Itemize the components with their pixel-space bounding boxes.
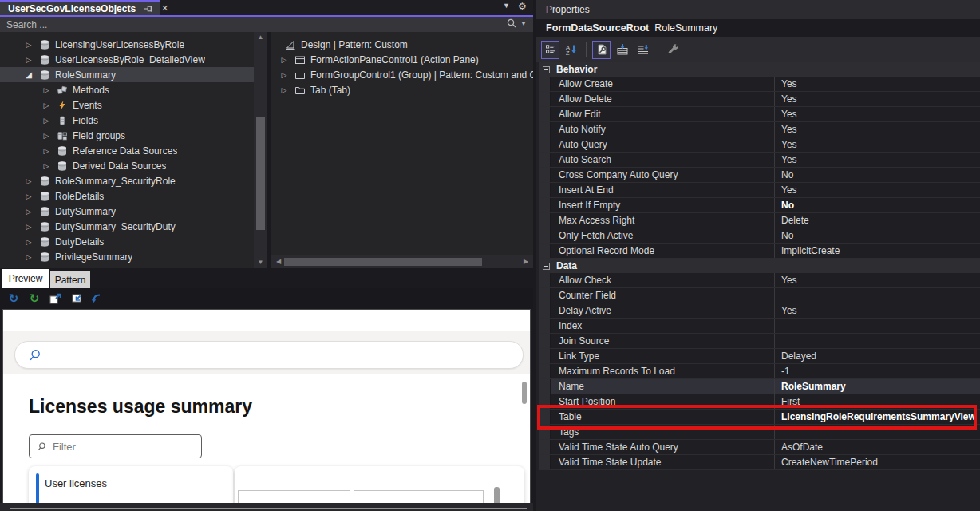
property-row[interactable]: Allow CheckYes	[539, 273, 980, 288]
collapsed-arrow-icon[interactable]: ▷	[22, 192, 35, 200]
document-tab[interactable]: UserSecGovLicenseObjects ✕	[0, 0, 160, 15]
property-row[interactable]: Auto QueryYes	[539, 137, 980, 153]
expanded-arrow-icon[interactable]: ◢	[22, 70, 35, 79]
categorized-button[interactable]	[541, 41, 559, 59]
property-row[interactable]: Counter Field	[539, 288, 980, 303]
property-row[interactable]: Tags	[539, 425, 980, 440]
tree-item-design-root[interactable]: Design | Pattern: Custom	[271, 37, 533, 52]
search-input[interactable]: Search ... ▼	[0, 17, 533, 32]
property-row[interactable]: Start PositionFirst	[539, 394, 980, 410]
tree-item[interactable]: ▷ RoleSummary_SecurityRole	[0, 173, 254, 188]
property-row[interactable]: Only Fetch ActiveNo	[539, 228, 980, 244]
tree-item[interactable]: ▷ Events	[0, 97, 254, 113]
vertical-scrollbar-thumb[interactable]	[256, 117, 265, 230]
tab-pattern[interactable]: Pattern	[50, 271, 90, 288]
alphabetical-sort-button[interactable]: AZ	[562, 41, 580, 59]
category-data[interactable]: Data	[539, 259, 980, 273]
horizontal-scrollbar-thumb[interactable]	[284, 258, 482, 266]
tree-item[interactable]: ▷ Field groups	[0, 128, 254, 143]
collapsed-arrow-icon[interactable]: ▷	[278, 86, 290, 94]
dock-window-icon[interactable]	[69, 291, 83, 306]
selected-object-row[interactable]: FormDataSourceRoot RoleSummary	[536, 19, 980, 37]
collapse-minus-icon[interactable]	[543, 66, 550, 73]
global-search-input[interactable]	[14, 341, 524, 369]
horizontal-scrollbar[interactable]: ◀ ▶	[271, 256, 533, 268]
grid-scrollbar-thumb[interactable]	[494, 487, 500, 503]
category-behavior[interactable]: Behavior	[539, 62, 980, 77]
search-icon[interactable]	[506, 18, 517, 29]
events-button[interactable]	[613, 41, 631, 59]
tree-item[interactable]: ▷ Derived Data Sources	[0, 158, 254, 173]
gear-icon[interactable]: ⚙	[518, 2, 527, 11]
tree-item[interactable]: ▷ FormActionPaneControl1 (Action Pane)	[271, 52, 533, 67]
property-row-table[interactable]: TableLicensingRoleRequirementsSummaryVie…	[539, 410, 980, 425]
tree-item[interactable]: ▷ DutySummary_SecurityDuty	[0, 219, 254, 234]
collapsed-arrow-icon[interactable]: ▷	[22, 253, 35, 261]
property-row[interactable]: Allow DeleteYes	[539, 92, 980, 107]
chevron-down-icon[interactable]: ▼	[503, 2, 510, 11]
property-row[interactable]: Maximum Records To Load-1	[539, 364, 980, 379]
close-icon[interactable]: ✕	[161, 3, 168, 14]
collapse-minus-icon[interactable]	[543, 263, 550, 270]
tree-item[interactable]: ▷ PrivilegeSummary	[0, 249, 254, 264]
tree-item[interactable]: ▷ DutyDetails	[0, 234, 254, 249]
tree-item[interactable]: ▷ Fields	[0, 113, 254, 128]
property-row[interactable]: Link TypeDelayed	[539, 349, 980, 364]
property-row[interactable]: Allow CreateYes	[539, 77, 980, 92]
collapsed-arrow-icon[interactable]: ▷	[22, 223, 35, 231]
scroll-right-icon[interactable]: ▶	[520, 256, 531, 268]
collapsed-arrow-icon[interactable]: ▷	[278, 71, 290, 79]
property-row[interactable]: Allow EditYes	[539, 107, 980, 122]
tree-item[interactable]: ▷ Reference Data Sources	[0, 143, 254, 158]
property-row[interactable]: Auto SearchYes	[539, 153, 980, 168]
collapsed-arrow-icon[interactable]: ▷	[22, 177, 35, 185]
vertical-scrollbar[interactable]: ▲ ▼	[254, 32, 267, 268]
grid-header-cell[interactable]	[238, 490, 350, 503]
fasttab-user-licenses[interactable]: User licenses	[29, 466, 233, 503]
property-row[interactable]: Optional Record ModeImplicitCreate	[539, 244, 980, 259]
property-row[interactable]: Delay ActiveYes	[539, 303, 980, 319]
property-row-name[interactable]: NameRoleSummary	[539, 379, 980, 394]
property-row[interactable]: Auto NotifyYes	[539, 122, 980, 137]
property-row[interactable]: Max Access RightDelete	[539, 213, 980, 228]
tree-item[interactable]: ▷ Methods	[0, 82, 254, 97]
tree-item[interactable]: ▷ RoleDetails	[0, 188, 254, 204]
tree-item[interactable]: ▷ Tab (Tab)	[271, 82, 533, 97]
property-row[interactable]: Insert At EndYes	[539, 183, 980, 198]
property-row[interactable]: Insert If EmptyNo	[539, 198, 980, 213]
property-row[interactable]: Index	[539, 319, 980, 334]
preview-scrollbar-thumb[interactable]	[522, 382, 527, 404]
collapsed-arrow-icon[interactable]: ▷	[22, 238, 35, 246]
refresh-data-icon[interactable]: ↻	[27, 291, 41, 306]
tab-preview[interactable]: Preview	[2, 269, 49, 288]
collapsed-arrow-icon[interactable]: ▷	[40, 132, 53, 140]
search-options-chevron-icon[interactable]: ▼	[520, 20, 527, 27]
collapsed-arrow-icon[interactable]: ▷	[278, 56, 290, 64]
scroll-down-icon[interactable]: ▼	[254, 257, 267, 268]
collapsed-arrow-icon[interactable]: ▷	[40, 86, 53, 94]
collapsed-arrow-icon[interactable]: ▷	[40, 117, 53, 125]
property-row[interactable]: Cross Company Auto QueryNo	[539, 168, 980, 183]
properties-view-button[interactable]	[592, 41, 611, 59]
property-row[interactable]: Join Source	[539, 334, 980, 349]
undo-icon[interactable]	[89, 291, 104, 306]
collapsed-arrow-icon[interactable]: ▷	[40, 162, 53, 170]
property-row[interactable]: Valid Time State UpdateCreateNewTimePeri…	[539, 455, 980, 470]
collapsed-arrow-icon[interactable]: ▷	[22, 41, 35, 49]
tree-item[interactable]: ▷ UserLicensesByRole_DetailedView	[0, 52, 254, 67]
scroll-up-icon[interactable]: ▲	[254, 32, 267, 43]
property-pages-button[interactable]	[664, 41, 682, 59]
pin-icon[interactable]	[144, 3, 153, 14]
grid-header-cell[interactable]	[354, 490, 484, 503]
scroll-left-icon[interactable]: ◀	[273, 256, 284, 268]
messages-button[interactable]	[634, 41, 652, 59]
open-in-window-icon[interactable]	[48, 291, 62, 306]
property-row[interactable]: Valid Time State Auto QueryAsOfDate	[539, 440, 980, 455]
collapsed-arrow-icon[interactable]: ▷	[22, 208, 35, 216]
tree-item[interactable]: ▷ FormGroupControl1 (Group) | Pattern: C…	[271, 67, 533, 82]
filter-input[interactable]: Filter	[29, 434, 202, 458]
collapsed-arrow-icon[interactable]: ▷	[40, 147, 53, 155]
tree-item[interactable]: ▷ LicensingUserLicensesByRole	[0, 37, 254, 52]
tree-item[interactable]: ▷ DutySummary	[0, 204, 254, 219]
refresh-icon[interactable]: ↻	[6, 291, 21, 306]
